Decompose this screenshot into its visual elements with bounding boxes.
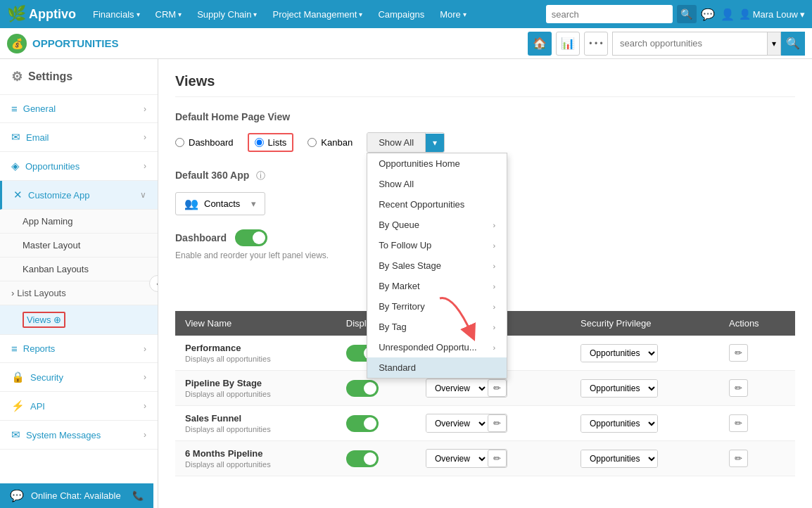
- sidebar-item-customize[interactable]: ✕ Customize App ∨: [0, 181, 158, 210]
- security-select[interactable]: Opportunities: [581, 415, 657, 432]
- radio-kanban[interactable]: Kanban: [307, 137, 353, 148]
- app-title-text: OPPORTUNITIES: [32, 37, 119, 49]
- row-edit-button[interactable]: ✏: [729, 379, 748, 397]
- row-edit-button[interactable]: ✏: [729, 450, 748, 467]
- list-layout-edit-button[interactable]: ✏: [488, 450, 507, 467]
- list-layout-select-container: Overview ✏: [426, 449, 507, 468]
- dropdown-item-by-territory[interactable]: By Territory ›: [367, 296, 507, 317]
- display-toggle[interactable]: [346, 415, 379, 432]
- chevron-down-icon: ▾: [178, 11, 182, 18]
- chevron-right-icon: ›: [493, 323, 496, 331]
- radio-lists-input[interactable]: [255, 138, 264, 147]
- contacts-dropdown[interactable]: 👥 Contacts ▾: [175, 192, 265, 215]
- global-search-input[interactable]: [546, 5, 673, 23]
- security-select[interactable]: Opportunities: [581, 380, 657, 397]
- nav-more[interactable]: More ▾: [434, 0, 472, 28]
- contacts-icon: 👥: [184, 197, 198, 210]
- cell-view-name: Pipeline By Stage Displays all opportuni…: [175, 371, 336, 406]
- nav-crm[interactable]: CRM ▾: [150, 0, 188, 28]
- global-search-button[interactable]: 🔍: [677, 5, 697, 23]
- sidebar-item-security[interactable]: 🔒 Security ›: [0, 363, 158, 392]
- chat-icon: 💬: [10, 489, 24, 502]
- cell-view-name: Sales Funnel Displays all opportunities: [175, 406, 336, 441]
- list-layout-edit-button[interactable]: ✏: [488, 379, 507, 397]
- search-go-button[interactable]: 🔍: [781, 32, 805, 56]
- nav-campaigns[interactable]: Campaigns: [372, 0, 430, 28]
- show-all-dropdown[interactable]: Show All ▾ Opportunities Home Show All R…: [367, 132, 445, 153]
- nav-supply-chain[interactable]: Supply Chain ▾: [191, 0, 262, 28]
- gear-icon: ⚙: [11, 69, 23, 84]
- radio-dashboard[interactable]: Dashboard: [175, 137, 234, 148]
- security-select-container: Opportunities: [581, 414, 658, 433]
- list-icon: ≡: [11, 103, 18, 115]
- sidebar-item-views[interactable]: Views ⊕: [0, 305, 158, 335]
- security-select-container: Opportunities: [581, 379, 658, 398]
- app-logo[interactable]: 🌿 Apptivo: [7, 5, 76, 23]
- dashboard-toggle[interactable]: [235, 229, 267, 246]
- radio-kanban-input[interactable]: [307, 138, 317, 147]
- dropdown-item-by-tag[interactable]: By Tag ›: [367, 317, 507, 337]
- sidebar-item-opportunities[interactable]: ◈ Opportunities ›: [0, 152, 158, 181]
- nav-financials[interactable]: Financials ▾: [87, 0, 146, 28]
- messages-icon[interactable]: 💬: [701, 8, 715, 21]
- radio-lists[interactable]: Lists: [248, 133, 294, 152]
- chevron-right-icon: ›: [144, 161, 146, 171]
- sub-item-kanban-layouts[interactable]: Kanban Layouts: [0, 258, 158, 281]
- logo-leaf-icon: 🌿: [7, 5, 26, 23]
- list-layout-select[interactable]: Overview: [426, 415, 488, 432]
- chevron-down-icon: ▾: [253, 11, 257, 18]
- show-all-button[interactable]: Show All ▾: [367, 132, 445, 153]
- row-edit-button[interactable]: ✏: [729, 414, 748, 432]
- cell-actions: ✏: [719, 441, 795, 476]
- display-toggle[interactable]: [346, 380, 379, 397]
- dropdown-item-by-market[interactable]: By Market ›: [367, 276, 507, 296]
- list-layout-select[interactable]: Overview: [426, 380, 488, 397]
- list-layout-select[interactable]: Overview: [426, 450, 488, 467]
- cell-view-name: 6 Months Pipeline Displays all opportuni…: [175, 441, 336, 476]
- dropdown-item-show-all[interactable]: Show All: [367, 174, 507, 194]
- sidebar-item-email[interactable]: ✉ Email ›: [0, 123, 158, 152]
- dropdown-item-unresponded[interactable]: Unresponded Opportu... ›: [367, 337, 507, 357]
- notifications-icon[interactable]: 👤: [721, 8, 735, 21]
- email-icon: ✉: [11, 131, 20, 144]
- table-row: Sales Funnel Displays all opportunities …: [175, 406, 795, 441]
- reports-icon: ≡: [11, 343, 18, 355]
- nav-project-management[interactable]: Project Management ▾: [267, 0, 368, 28]
- app-title-section: 💰 OPPORTUNITIES: [7, 34, 521, 53]
- dropdown-item-follow-up[interactable]: To Follow Up ›: [367, 235, 507, 255]
- dropdown-item-recent[interactable]: Recent Opportunities: [367, 194, 507, 215]
- search-dropdown-button[interactable]: ▾: [767, 32, 781, 56]
- cell-display: [336, 406, 416, 441]
- display-toggle[interactable]: [346, 450, 379, 467]
- list-layouts-header[interactable]: › List Layouts: [0, 281, 158, 305]
- home-button[interactable]: 🏠: [528, 32, 552, 56]
- dropdown-item-by-sales-stage[interactable]: By Sales Stage ›: [367, 255, 507, 276]
- sidebar-item-reports[interactable]: ≡ Reports ›: [0, 335, 158, 363]
- chart-button[interactable]: 📊: [556, 32, 580, 56]
- global-search: 🔍: [546, 5, 697, 23]
- user-menu[interactable]: 👤 Mara Louw ▾: [739, 8, 805, 20]
- chevron-right-icon: ›: [144, 430, 146, 440]
- dashboard-label: Dashboard: [175, 232, 227, 243]
- row-edit-button[interactable]: ✏: [729, 344, 748, 362]
- dropdown-item-by-queue[interactable]: By Queue ›: [367, 215, 507, 235]
- list-layout-select-container: Overview ✏: [426, 379, 507, 398]
- list-layout-edit-button[interactable]: ✏: [488, 414, 507, 432]
- sub-item-app-naming[interactable]: App Naming: [0, 210, 158, 234]
- chat-bar[interactable]: 💬 Online Chat: Available 📞: [0, 483, 153, 508]
- dropdown-item-opp-home[interactable]: Opportunities Home: [367, 153, 507, 174]
- radio-dashboard-input[interactable]: [175, 138, 184, 147]
- cell-display: [336, 441, 416, 476]
- more-options-button[interactable]: • • •: [584, 32, 608, 56]
- security-select[interactable]: Opportunities: [581, 345, 657, 362]
- dropdown-item-standard[interactable]: Standard: [367, 357, 507, 378]
- cell-actions: ✏: [719, 406, 795, 441]
- sidebar-item-api[interactable]: ⚡ API ›: [0, 392, 158, 421]
- chevron-right-icon: ›: [493, 262, 496, 270]
- security-select[interactable]: Opportunities: [581, 450, 657, 467]
- sidebar-item-system-messages[interactable]: ✉ System Messages ›: [0, 421, 158, 450]
- chevron-right-icon: ›: [144, 372, 146, 382]
- sub-item-master-layout[interactable]: Master Layout: [0, 234, 158, 258]
- sidebar-item-general[interactable]: ≡ General ›: [0, 95, 158, 123]
- opportunities-search-input[interactable]: [612, 32, 767, 56]
